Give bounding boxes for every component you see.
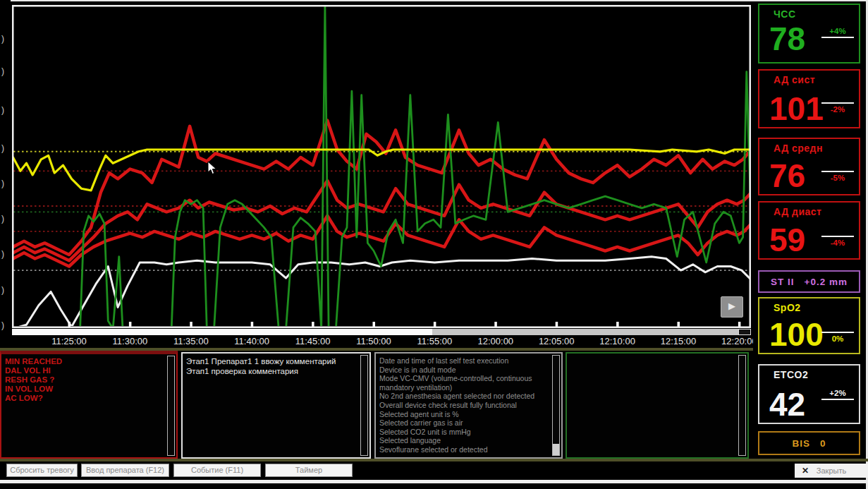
device-status-line: Date and time of last self test executio… <box>379 356 550 366</box>
vital-label-bis: BIS <box>792 438 810 449</box>
vital-trend-percent: +2% <box>820 388 855 398</box>
x-axis-label: 11:35:00 <box>161 336 221 346</box>
x-axis-label: 11:40:00 <box>222 336 281 346</box>
comment-list: Этап1 Препарат1 1 ввожу комментарийЭтап1… <box>183 354 360 379</box>
vital-trend-percent: 0% <box>820 334 855 344</box>
y-axis-tick: ) <box>1 249 4 259</box>
device-status-line: Overall device check result fully functi… <box>379 401 550 410</box>
vital-value-bp-sys: 101 <box>769 94 824 123</box>
trend-series-ЧСС <box>80 6 751 328</box>
x-axis-label: 12:10:00 <box>588 336 647 346</box>
comments-panel[interactable]: Этап1 Препарат1 1 ввожу комментарийЭтап1… <box>181 352 371 459</box>
vital-value-bis: 0 <box>820 438 826 449</box>
close-button[interactable]: ✕ Закрыть <box>795 464 868 478</box>
vital-value-hr: 78 <box>769 24 805 54</box>
vital-panel-hr[interactable]: ЧСС78+4% <box>758 4 860 64</box>
device-status-line: Selected language <box>379 436 550 445</box>
vital-trend-etco2: +2% <box>820 388 855 412</box>
trend-scrollbar[interactable] <box>12 329 751 335</box>
y-axis-tick: ) <box>1 179 4 188</box>
y-axis-tick: ) <box>1 105 4 115</box>
alarm-message: IN VOL LOW <box>5 385 165 394</box>
events-panel[interactable] <box>566 352 749 459</box>
trend-scroll-elapsed <box>12 329 432 335</box>
trend-scroll-thumb[interactable] <box>432 329 738 335</box>
x-axis-label: 12:05:00 <box>527 336 586 346</box>
vital-trend-percent: -5% <box>820 173 855 183</box>
time-axis: 11:25:0011:30:0011:35:0011:40:0011:45:00… <box>0 336 753 349</box>
vital-label-etco2: ETCO2 <box>774 369 808 380</box>
vital-trend-percent: +4% <box>820 26 855 36</box>
events-list <box>567 354 738 359</box>
y-axis-tick: ) <box>1 143 4 153</box>
trend-scroll-track-end[interactable] <box>738 329 751 335</box>
vital-trend-percent: -4% <box>820 238 855 248</box>
comment-line: Этап1 проверка комментария <box>186 366 358 376</box>
device-status-line: Mode VC-CMV (volume-controlled, continuo… <box>379 374 550 383</box>
device-status-line: Selected agent unit is % <box>379 410 550 419</box>
vital-trend-line <box>821 332 854 333</box>
device-panel-scrollbar[interactable] <box>552 355 560 456</box>
alarm-message: DAL VOL HI <box>5 366 165 375</box>
alarm-panel-scrollbar[interactable] <box>167 356 175 456</box>
vital-trend-percent: -2% <box>820 104 855 114</box>
y-axis-tick: ) <box>1 285 4 295</box>
vital-label-hr: ЧСС <box>774 8 796 20</box>
x-axis-label: 11:30:00 <box>100 336 159 346</box>
y-axis-tick: ) <box>1 66 4 76</box>
close-icon: ✕ <box>802 464 809 478</box>
trend-chart[interactable] <box>12 5 751 328</box>
vital-trend-line <box>821 171 854 172</box>
alarm-message: AC LOW? <box>5 394 165 403</box>
device-panel-scroll-thumb[interactable] <box>553 444 559 455</box>
device-status-line: Selected carrier gas is air <box>379 418 550 428</box>
device-status-line: No 2nd anesthesia agent selected nor det… <box>379 392 550 401</box>
toolbar-button-2[interactable]: Ввод препарата (F12) <box>81 464 169 477</box>
device-status-line: Sevoflurane selected or detected <box>379 445 550 454</box>
vital-panel-bp-mean[interactable]: АД средн76-5% <box>758 138 860 195</box>
toolbar-button-1[interactable]: Сбросить тревогу <box>6 464 78 477</box>
alarm-message-list: MIN REACHEDDAL VOL HIRESH GAS ?IN VOL LO… <box>1 354 166 406</box>
monitor-screen: ))))))))) 11:25:0011:30:0011:35:0011:40:… <box>0 0 868 489</box>
vital-value-bp-dia: 59 <box>769 225 805 255</box>
device-status-list: Date and time of last self test executio… <box>376 354 551 457</box>
vital-label-st: ST II <box>771 277 795 287</box>
y-axis-tick: ) <box>1 214 4 224</box>
separator-bottom <box>0 459 868 461</box>
vital-panel-bis[interactable]: BIS0 <box>758 431 860 455</box>
alarm-message: RESH GAS ? <box>5 375 165 385</box>
vital-panel-spo2[interactable]: SpO21000% <box>758 297 860 354</box>
vital-label-spo2: SpO2 <box>774 302 801 313</box>
device-status-line: mandatory ventilation) <box>379 383 550 392</box>
bottom-separator <box>0 480 868 483</box>
trend-forward-button[interactable]: ▶ <box>721 296 743 318</box>
trend-series-ETCO2 <box>13 257 752 328</box>
device-status-line: Selected CO2 unit is mmHg <box>379 428 550 437</box>
vital-trend-spo2: 0% <box>820 321 855 345</box>
vital-value-spo2: 100 <box>769 320 824 349</box>
vital-panel-bp-dia[interactable]: АД диаст59-4% <box>758 201 860 260</box>
vital-trend-bp-mean: -5% <box>820 160 855 184</box>
vital-value-etco2: 42 <box>769 390 805 419</box>
vital-panel-etco2[interactable]: ETCO242+2% <box>758 364 860 424</box>
toolbar-button-4[interactable]: Таймер <box>265 464 353 477</box>
device-status-panel[interactable]: Date and time of last self test executio… <box>374 352 563 459</box>
vital-panel-bp-sys[interactable]: АД сист101-2% <box>758 69 860 128</box>
close-button-label: Закрыть <box>817 466 846 475</box>
x-axis-label: 11:25:00 <box>39 336 99 346</box>
mouse-cursor <box>207 161 217 175</box>
vital-trend-hr: +4% <box>820 26 855 50</box>
vital-panel-st[interactable]: ST II+0.2 mm <box>758 270 860 293</box>
vital-label-bp-sys: АД сист <box>774 74 815 85</box>
vital-value-bp-mean: 76 <box>769 161 805 191</box>
events-panel-scrollbar[interactable] <box>738 355 746 456</box>
comments-panel-scrollbar[interactable] <box>360 355 368 456</box>
vital-trend-line <box>821 102 854 104</box>
toolbar-button-3[interactable]: Событие (F11) <box>173 464 261 477</box>
alarm-messages-panel[interactable]: MIN REACHEDDAL VOL HIRESH GAS ?IN VOL LO… <box>0 351 178 459</box>
vital-trend-line <box>821 236 854 237</box>
alarm-message: MIN REACHED <box>5 357 165 366</box>
chart-border <box>13 6 750 327</box>
x-axis-label: 12:00:00 <box>466 336 525 346</box>
vital-trend-line <box>821 399 854 400</box>
